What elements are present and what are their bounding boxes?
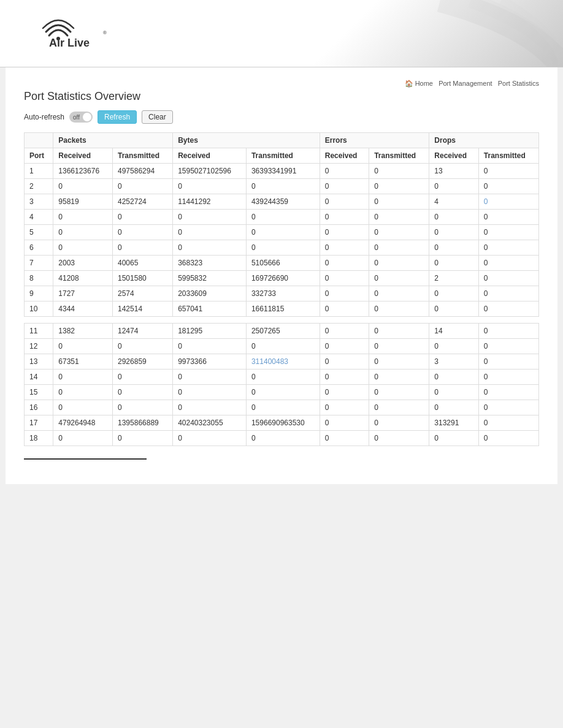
td-drop-rx: 313291 <box>429 415 478 431</box>
td-err-tx: 0 <box>369 256 429 271</box>
td-err-rx: 0 <box>320 370 369 385</box>
td-byte-tx: 36393341991 <box>246 164 320 179</box>
th-packets: Packets <box>53 133 173 148</box>
td-drop-tx: 0 <box>478 415 538 431</box>
toggle-knob <box>83 113 91 121</box>
td-pkt-rx: 0 <box>53 400 113 415</box>
td-pkt-tx: 0 <box>113 385 173 400</box>
td-err-tx: 0 <box>369 370 429 385</box>
td-pkt-rx: 4344 <box>53 301 113 317</box>
td-byte-tx: 0 <box>246 370 320 385</box>
td-port: 1 <box>25 164 53 179</box>
header-decoration <box>318 0 563 67</box>
td-pkt-rx: 0 <box>53 179 113 194</box>
td-drop-tx: 0 <box>478 240 538 256</box>
td-drop-tx: 0 <box>478 225 538 240</box>
table-row: 3958194252724114412924392443590040 <box>25 194 539 210</box>
td-byte-tx: 0 <box>246 240 320 256</box>
td-err-rx: 0 <box>320 415 369 431</box>
td-byte-tx: 0 <box>246 400 320 415</box>
td-err-rx: 0 <box>320 301 369 317</box>
auto-refresh-toggle[interactable]: off <box>69 112 93 123</box>
td-byte-rx: 0 <box>173 385 247 400</box>
td-err-tx: 0 <box>369 271 429 286</box>
td-pkt-tx: 0 <box>113 225 173 240</box>
td-err-tx: 0 <box>369 400 429 415</box>
table-row: 200000000 <box>25 179 539 194</box>
td-err-tx: 0 <box>369 286 429 301</box>
td-pkt-tx: 0 <box>113 179 173 194</box>
td-byte-tx: 0 <box>246 210 320 225</box>
td-pkt-rx: 1382 <box>53 324 113 339</box>
td-err-rx: 0 <box>320 194 369 210</box>
th-port-empty <box>25 133 53 148</box>
td-byte-rx: 0 <box>173 179 247 194</box>
td-drop-rx: 0 <box>429 400 478 415</box>
td-drop-rx: 4 <box>429 194 478 210</box>
td-byte-rx: 657041 <box>173 301 247 317</box>
td-drop-tx: 0 <box>478 164 538 179</box>
td-err-rx: 0 <box>320 339 369 354</box>
td-pkt-tx: 0 <box>113 400 173 415</box>
th-err-rx: Received <box>320 148 369 164</box>
td-byte-rx: 11441292 <box>173 194 247 210</box>
th-pkt-rx: Received <box>53 148 113 164</box>
td-drop-tx: 0 <box>478 370 538 385</box>
td-drop-tx: 0 <box>478 385 538 400</box>
td-byte-rx: 0 <box>173 240 247 256</box>
td-drop-rx: 2 <box>429 271 478 286</box>
td-pkt-tx: 12474 <box>113 324 173 339</box>
td-err-rx: 0 <box>320 210 369 225</box>
td-drop-tx: 0 <box>478 210 538 225</box>
td-err-tx: 0 <box>369 385 429 400</box>
td-port: 16 <box>25 400 53 415</box>
td-pkt-tx: 4252724 <box>113 194 173 210</box>
td-port: 12 <box>25 339 53 354</box>
td-drop-tx: 0 <box>478 194 538 210</box>
td-drop-tx: 0 <box>478 179 538 194</box>
td-err-tx: 0 <box>369 240 429 256</box>
td-port: 13 <box>25 354 53 370</box>
clear-button[interactable]: Clear <box>142 110 173 124</box>
td-byte-tx: 5105666 <box>246 256 320 271</box>
td-err-rx: 0 <box>320 324 369 339</box>
page-title: Port Statistics Overview <box>24 90 539 103</box>
td-drop-tx: 0 <box>478 431 538 446</box>
td-byte-rx: 40240323055 <box>173 415 247 431</box>
td-err-tx: 0 <box>369 431 429 446</box>
breadcrumb-port-management[interactable]: Port Management <box>439 80 492 87</box>
col-header-row: Port Received Transmitted Received Trans… <box>25 148 539 164</box>
td-err-tx: 0 <box>369 179 429 194</box>
td-pkt-rx: 41208 <box>53 271 113 286</box>
td-err-rx: 0 <box>320 225 369 240</box>
table-row: 11138212474181295250726500140 <box>25 324 539 339</box>
table-row: 1136612367649758629415950271025963639334… <box>25 164 539 179</box>
refresh-button[interactable]: Refresh <box>98 110 137 124</box>
td-pkt-tx: 1395866889 <box>113 415 173 431</box>
td-drop-rx: 0 <box>429 210 478 225</box>
td-err-rx: 0 <box>320 271 369 286</box>
table-row: 1800000000 <box>25 431 539 446</box>
td-drop-rx: 0 <box>429 301 478 317</box>
td-drop-rx: 0 <box>429 385 478 400</box>
airlive-logo: Air Live ® <box>12 12 110 49</box>
td-pkt-rx: 0 <box>53 370 113 385</box>
td-pkt-rx: 0 <box>53 339 113 354</box>
td-pkt-tx: 0 <box>113 339 173 354</box>
td-err-tx: 0 <box>369 339 429 354</box>
th-byte-rx: Received <box>173 148 247 164</box>
td-drop-tx: 0 <box>478 324 538 339</box>
th-pkt-tx: Transmitted <box>113 148 173 164</box>
td-drop-rx: 13 <box>429 164 478 179</box>
breadcrumb-home[interactable]: Home <box>415 80 433 87</box>
td-byte-tx: 1596690963530 <box>246 415 320 431</box>
td-port: 7 <box>25 256 53 271</box>
breadcrumb-port-statistics: Port Statistics <box>498 80 539 87</box>
td-pkt-rx: 2003 <box>53 256 113 271</box>
td-byte-rx: 0 <box>173 225 247 240</box>
td-pkt-rx: 479264948 <box>53 415 113 431</box>
main-content: 🏠 Home Port Management Port Statistics P… <box>6 67 557 484</box>
td-err-rx: 0 <box>320 179 369 194</box>
td-byte-tx: 0 <box>246 225 320 240</box>
td-pkt-rx: 1727 <box>53 286 113 301</box>
